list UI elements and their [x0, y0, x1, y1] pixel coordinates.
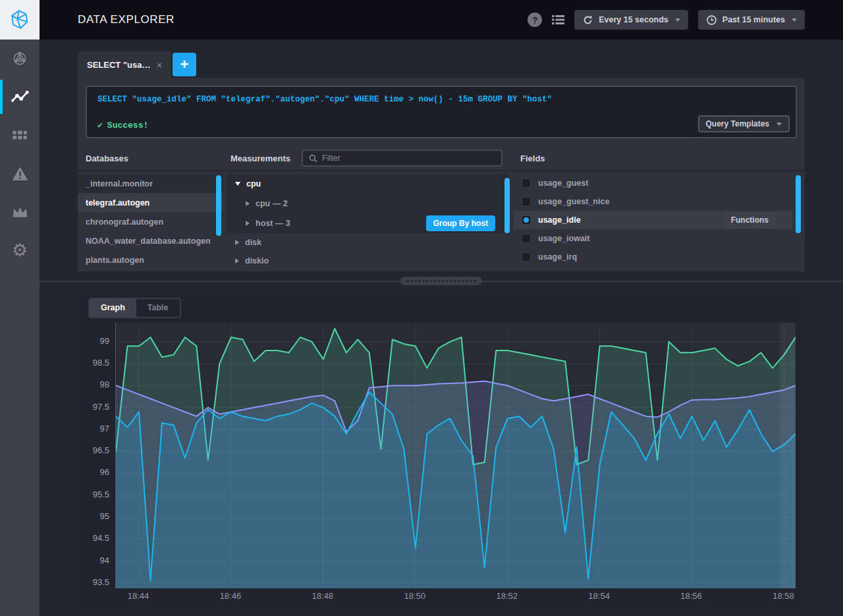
- caret-right-icon: [235, 258, 239, 264]
- query-builder-panel: SELECT "usage_idle" FROM "telegraf"."aut…: [78, 78, 805, 271]
- query-editor[interactable]: SELECT "usage_idle" FROM "telegraf"."aut…: [86, 86, 797, 138]
- field-item[interactable]: usage_iowait: [514, 229, 793, 248]
- database-item[interactable]: telegraf.autogen: [78, 193, 223, 212]
- y-axis-label: 98.5: [78, 358, 109, 368]
- chronograf-logo[interactable]: [0, 0, 40, 40]
- y-axis-label: 94: [78, 555, 109, 565]
- y-axis-label: 96: [78, 467, 109, 477]
- search-icon: [309, 154, 317, 163]
- sidebar-item-alerts[interactable]: [0, 154, 40, 192]
- database-item[interactable]: plants.autogen: [78, 250, 223, 269]
- x-axis-label: 18:54: [580, 591, 619, 601]
- topbar-actions: ? Every 15 seconds: [528, 10, 805, 30]
- checkbox-icon[interactable]: [522, 252, 531, 262]
- field-item[interactable]: usage_guest_nice: [514, 192, 793, 211]
- close-tab-icon[interactable]: ×: [156, 59, 162, 70]
- sidebar-item-dashboards[interactable]: [0, 116, 40, 154]
- measurement-item[interactable]: diskio: [227, 252, 508, 270]
- x-axis-label: 18:50: [395, 591, 435, 601]
- main-content: SELECT "usa… × + SELECT "usage_idle" FRO…: [40, 40, 843, 616]
- alert-triangle-icon: [11, 165, 29, 182]
- measurement-label: host — 3: [256, 219, 290, 228]
- y-axis-label: 99: [78, 336, 109, 346]
- y-axis-label: 96.5: [78, 445, 109, 455]
- query-status: ✔ Success!: [97, 120, 148, 130]
- clock-icon: [706, 14, 717, 26]
- check-icon: ✔: [97, 120, 103, 130]
- graph-table-toggle: Graph Table: [88, 298, 181, 318]
- x-axis-label: 18:44: [119, 591, 158, 601]
- checkbox-icon[interactable]: [522, 197, 531, 206]
- query-tab-label: SELECT "usa…: [87, 60, 150, 70]
- field-label: usage_guest: [538, 179, 588, 188]
- field-item[interactable]: usage_guest: [514, 174, 793, 192]
- left-sidebar: ⚙: [0, 40, 40, 616]
- active-indicator: [0, 80, 3, 114]
- polyhedron-logo-icon: [9, 9, 31, 31]
- header-divider: [78, 170, 805, 171]
- field-label: usage_idle: [538, 215, 581, 225]
- field-label: usage_iowait: [538, 234, 590, 243]
- database-item[interactable]: chronograf.autogen: [78, 212, 223, 231]
- tab-graph[interactable]: Graph: [90, 299, 136, 317]
- measurement-item[interactable]: cpu: [227, 174, 508, 194]
- y-axis-label: 93.5: [78, 577, 109, 587]
- caret-right-icon: [246, 201, 250, 206]
- gear-icon: ⚙: [12, 241, 28, 259]
- field-item[interactable]: usage_idleFunctions: [514, 211, 793, 229]
- y-axis-label: 94.5: [78, 533, 109, 543]
- pulse-graph-icon: [11, 88, 29, 105]
- status-text: Success!: [107, 121, 148, 130]
- query-text[interactable]: SELECT "usage_idle" FROM "telegraf"."aut…: [97, 95, 785, 104]
- functions-button[interactable]: Functions: [723, 212, 776, 228]
- databases-scrollbar[interactable]: [216, 175, 221, 236]
- top-nav-bar: DATA EXPLORER ? Every 15 seconds: [0, 0, 843, 40]
- database-item[interactable]: _internal.monitor: [78, 174, 223, 193]
- sidebar-item-host-list[interactable]: [0, 40, 40, 78]
- measurements-header: Measurements: [231, 146, 290, 170]
- sidebar-item-config[interactable]: ⚙: [0, 231, 40, 269]
- fields-scrollbar[interactable]: [796, 175, 801, 233]
- log-list-icon[interactable]: [552, 14, 564, 25]
- measurement-item[interactable]: disk: [227, 233, 508, 252]
- autorefresh-dropdown[interactable]: Every 15 seconds: [574, 10, 688, 30]
- timerange-dropdown[interactable]: Past 15 minutes: [698, 10, 805, 30]
- tag-item[interactable]: cpu — 2: [227, 194, 508, 213]
- field-label: usage_guest_nice: [538, 197, 609, 206]
- tag-item[interactable]: host — 3Group By host: [227, 213, 508, 233]
- field-label: usage_irq: [538, 252, 577, 262]
- y-axis-label: 98: [78, 379, 109, 389]
- group-by-host-button[interactable]: Group By host: [426, 215, 495, 231]
- chevron-down-icon: [675, 18, 680, 22]
- add-query-tab-button[interactable]: +: [173, 53, 196, 76]
- x-axis-label: 18:58: [764, 591, 803, 601]
- measurement-group: cpucpu — 2host — 3Group By host: [227, 174, 508, 233]
- query-templates-label: Query Templates: [706, 119, 769, 128]
- database-item[interactable]: NOAA_water_database.autogen: [78, 231, 223, 250]
- line-chart-plot[interactable]: [115, 323, 795, 588]
- caret-right-icon: [246, 221, 250, 226]
- checkbox-icon[interactable]: [522, 179, 531, 188]
- sidebar-item-admin[interactable]: [0, 192, 40, 231]
- query-tab[interactable]: SELECT "usa… ×: [78, 51, 171, 78]
- refresh-icon: [582, 14, 593, 26]
- field-item[interactable]: usage_irq: [514, 248, 793, 266]
- fields-list: usage_guestusage_guest_niceusage_idleFun…: [514, 174, 793, 266]
- checkbox-checked-icon[interactable]: [522, 215, 531, 225]
- chronograf-app: DATA EXPLORER ? Every 15 seconds: [0, 0, 843, 616]
- measurement-label: cpu: [246, 179, 261, 188]
- resize-handle[interactable]: [400, 277, 482, 285]
- measurement-label: disk: [245, 238, 261, 247]
- caret-down-icon: [235, 182, 240, 186]
- measurements-filter-input[interactable]: Filter: [302, 150, 503, 167]
- host-sphere-icon: [11, 50, 28, 67]
- help-icon[interactable]: ?: [528, 13, 542, 27]
- measurements-list: cpucpu — 2host — 3Group By hostdiskdiski…: [227, 174, 508, 270]
- sidebar-item-data-explorer[interactable]: [0, 78, 40, 116]
- measurements-scrollbar[interactable]: [504, 178, 510, 233]
- visualization-panel: Graph Table 93.59494.59595.59696.59797.5…: [78, 292, 805, 606]
- checkbox-icon[interactable]: [522, 234, 531, 243]
- tab-table[interactable]: Table: [136, 299, 180, 317]
- chevron-down-icon: [792, 18, 797, 22]
- query-templates-dropdown[interactable]: Query Templates: [698, 115, 790, 132]
